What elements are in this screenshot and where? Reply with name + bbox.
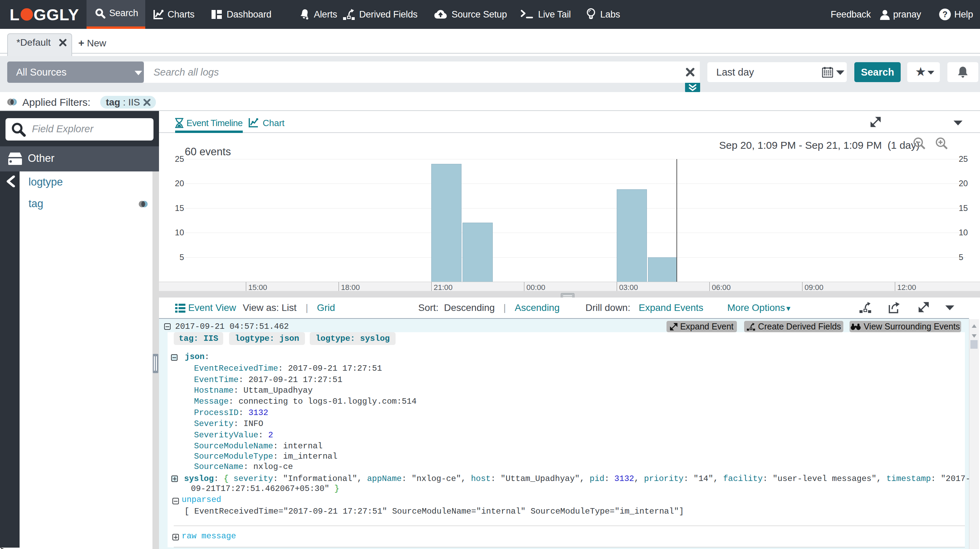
svg-text:?: ? [943, 10, 947, 19]
